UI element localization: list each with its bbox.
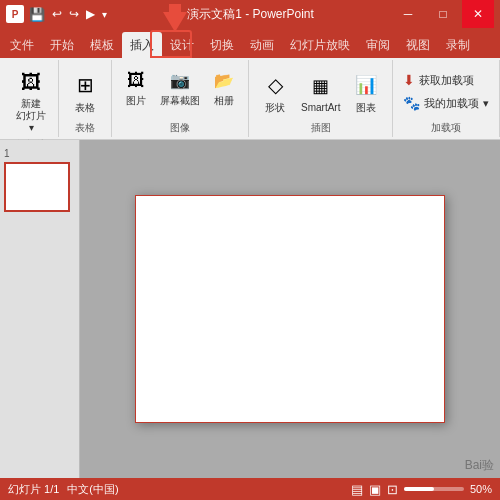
title-bar: P 💾 ↩ ↪ ▶ ▾ 演示文稿1 - PowerPoint ─ □ ✕ — [0, 0, 500, 28]
chart-button[interactable]: 📊 图表 — [346, 67, 386, 117]
slide-canvas — [135, 195, 445, 423]
app-window: P 💾 ↩ ↪ ▶ ▾ 演示文稿1 - PowerPoint ─ □ ✕ 文件 … — [0, 0, 500, 500]
tab-view[interactable]: 视图 — [398, 32, 438, 58]
tab-transition[interactable]: 切换 — [202, 32, 242, 58]
screenshot-icon: 📷 — [166, 66, 194, 94]
ribbon-group-addins-label: 加载项 — [431, 121, 461, 135]
chart-icon: 📊 — [350, 69, 382, 101]
zoom-slider-fill — [404, 487, 434, 491]
tab-home[interactable]: 开始 — [42, 32, 82, 58]
album-label: 相册 — [214, 94, 234, 108]
tab-review[interactable]: 审阅 — [358, 32, 398, 58]
tab-slideshow[interactable]: 幻灯片放映 — [282, 32, 358, 58]
new-slide-button[interactable]: 🖼 新建幻灯片 ▾ — [10, 64, 52, 136]
ribbon-group-illustration: ◇ 形状 ▦ SmartArt 📊 图表 插图 — [249, 60, 393, 137]
ribbon-group-table: ⊞ 表格 表格 — [59, 60, 112, 137]
shapes-label: 形状 — [265, 101, 285, 115]
ribbon-group-table-content: ⊞ 表格 — [65, 62, 105, 121]
qat-undo[interactable]: ↩ — [50, 7, 64, 21]
picture-button[interactable]: 🖼 图片 — [118, 64, 154, 110]
tab-file[interactable]: 文件 — [2, 32, 42, 58]
qat-customize[interactable]: ▾ — [100, 9, 109, 20]
ribbon-group-addins-content: ⬇ 获取加载项 🐾 我的加载项 ▾ — [399, 62, 492, 121]
tab-animation[interactable]: 动画 — [242, 32, 282, 58]
qat-save[interactable]: 💾 — [27, 7, 47, 22]
slide-number-label: 1 — [4, 148, 75, 159]
ribbon-group-illustration-content: ◇ 形状 ▦ SmartArt 📊 图表 — [255, 62, 386, 121]
my-addins-button[interactable]: 🐾 我的加载项 ▾ — [399, 93, 492, 113]
ribbon-group-addins: ⬇ 获取加载项 🐾 我的加载项 ▾ 加载项 — [393, 60, 499, 137]
win-maximize[interactable]: □ — [427, 0, 459, 28]
zoom-slider[interactable] — [404, 487, 464, 491]
slide-thumbnail[interactable] — [4, 162, 70, 212]
insert-arrow — [155, 4, 195, 32]
tab-insert[interactable]: 插入 — [122, 32, 162, 58]
picture-icon: 🖼 — [122, 66, 150, 94]
main-area: 1 — [0, 140, 500, 478]
watermark: Bai验 — [465, 457, 494, 474]
ribbon-group-slide: 🖼 新建幻灯片 ▾ 幻灯片 — [4, 60, 59, 137]
win-minimize[interactable]: ─ — [392, 0, 424, 28]
zoom-level: 50% — [470, 483, 492, 495]
smartart-label: SmartArt — [301, 102, 340, 113]
my-addins-icon: 🐾 — [403, 95, 420, 111]
win-close[interactable]: ✕ — [462, 0, 494, 28]
status-language: 中文(中国) — [67, 482, 118, 497]
smartart-button[interactable]: ▦ SmartArt — [297, 68, 344, 115]
app-icon: P — [6, 5, 24, 23]
shapes-icon: ◇ — [259, 69, 291, 101]
status-right: ▤ ▣ ⊡ 50% — [351, 482, 492, 497]
tab-template[interactable]: 模板 — [82, 32, 122, 58]
tab-record[interactable]: 录制 — [438, 32, 478, 58]
qat-present[interactable]: ▶ — [84, 7, 97, 21]
screenshot-label: 屏幕截图 — [160, 94, 200, 108]
title-text: 演示文稿1 - PowerPoint — [112, 6, 389, 23]
view-read-btn[interactable]: ⊡ — [387, 482, 398, 497]
table-label: 表格 — [75, 101, 95, 115]
slide-panel: 1 — [0, 140, 80, 478]
picture-label: 图片 — [126, 94, 146, 108]
svg-marker-0 — [163, 4, 187, 32]
qat-redo[interactable]: ↪ — [67, 7, 81, 21]
get-addins-button[interactable]: ⬇ 获取加载项 — [399, 70, 492, 90]
slide-edit-area[interactable] — [80, 140, 500, 478]
smartart-icon: ▦ — [305, 70, 337, 102]
view-slide-btn[interactable]: ▣ — [369, 482, 381, 497]
ribbon-toolbar: 🖼 新建幻灯片 ▾ 幻灯片 ⊞ 表格 表格 🖼 图片 — [0, 58, 500, 140]
table-button[interactable]: ⊞ 表格 — [65, 67, 105, 117]
tab-design[interactable]: 设计 — [162, 32, 202, 58]
my-addins-label: 我的加载项 ▾ — [424, 96, 488, 111]
status-slide-info: 幻灯片 1/1 — [8, 482, 59, 497]
ribbon-group-image-content: 🖼 图片 📷 屏幕截图 📂 相册 — [118, 62, 242, 121]
table-icon: ⊞ — [69, 69, 101, 101]
get-addins-label: 获取加载项 — [419, 73, 474, 88]
new-slide-icon: 🖼 — [15, 66, 47, 98]
album-icon: 📂 — [210, 66, 238, 94]
ribbon-tabs-row: 文件 开始 模板 插入 设计 切换 动画 幻灯片放映 审阅 视图 录制 — [0, 28, 500, 58]
new-slide-label: 新建幻灯片 ▾ — [14, 98, 48, 134]
screenshot-button[interactable]: 📷 屏幕截图 — [156, 64, 204, 110]
chart-label: 图表 — [356, 101, 376, 115]
get-addins-icon: ⬇ — [403, 72, 415, 88]
ribbon-group-image: 🖼 图片 📷 屏幕截图 📂 相册 图像 — [112, 60, 249, 137]
ribbon-group-table-label: 表格 — [75, 121, 95, 135]
ribbon-group-image-label: 图像 — [170, 121, 190, 135]
shapes-button[interactable]: ◇ 形状 — [255, 67, 295, 117]
album-button[interactable]: 📂 相册 — [206, 64, 242, 110]
view-normal-btn[interactable]: ▤ — [351, 482, 363, 497]
ribbon-group-illustration-label: 插图 — [311, 121, 331, 135]
ribbon-group-slide-content: 🖼 新建幻灯片 ▾ — [10, 62, 52, 138]
status-bar: 幻灯片 1/1 中文(中国) ▤ ▣ ⊡ 50% — [0, 478, 500, 500]
